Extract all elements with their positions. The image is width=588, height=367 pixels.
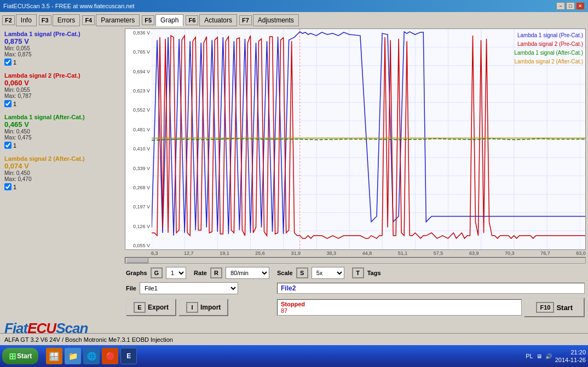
tab-bar: F2 Info F3 Errors F4 Parameters F5 Graph… xyxy=(0,12,588,26)
main-content: Lambda 1 signal (Pre-Cat.) 0,875 V Min: … xyxy=(0,26,588,300)
taskbar-time: 21:20 xyxy=(555,348,586,356)
import-button[interactable]: I Import xyxy=(178,299,228,316)
minimize-button[interactable]: − xyxy=(556,2,565,10)
maximize-button[interactable]: □ xyxy=(566,2,575,10)
signal-3-checkbox[interactable] xyxy=(4,142,11,149)
tab-errors[interactable]: Errors xyxy=(53,14,80,26)
signal-2-value: 0,060 V xyxy=(4,79,120,87)
tab-key-f3[interactable]: F3 xyxy=(39,15,51,25)
signal-2-title: Lambda signal 2 (Pre-Cat.) xyxy=(4,72,120,79)
tags-label: Tags xyxy=(367,270,381,276)
start-key: F10 xyxy=(536,302,554,313)
tab-key-f4[interactable]: F4 xyxy=(82,15,95,25)
taskbar-icon-4[interactable]: 🔴 xyxy=(102,348,118,364)
scale-label: Scale xyxy=(277,270,293,276)
file1-section: File File1 xyxy=(126,282,274,294)
signal-1: Lambda 1 signal (Pre-Cat.) 0,875 V Min: … xyxy=(4,31,120,66)
tab-adjustments[interactable]: Adjustments xyxy=(253,14,299,26)
taskbar-icon-2[interactable]: 📁 xyxy=(65,348,81,364)
graph-plot: Lambda 1 signal (Pre-Cat.) Lambda signal… xyxy=(152,29,585,249)
rate-select[interactable]: 80/min 40/min xyxy=(226,267,269,279)
tab-key-f6[interactable]: F6 xyxy=(186,15,198,25)
tray-network-icon: 🖥 xyxy=(537,353,542,359)
system-tray: PL 🖥 🔊 21:20 2014-11-26 xyxy=(526,348,586,364)
signal-4-min: Min: 0,450 xyxy=(4,170,30,176)
start-menu-button[interactable]: ⊞ Start xyxy=(2,348,38,364)
horizontal-scrollbar[interactable] xyxy=(125,257,586,264)
import-label: Import xyxy=(200,304,221,311)
status-stopped-label: Stopped xyxy=(281,301,518,307)
window-controls: − □ ✕ xyxy=(556,2,585,10)
scale-select[interactable]: 5x 1x 2x xyxy=(312,267,344,279)
signal-1-checkbox[interactable] xyxy=(4,59,11,66)
signal-3-value: 0,465 V xyxy=(4,120,120,129)
legend-4: Lambda signal 2 (After-Cat.) xyxy=(514,57,583,66)
rate-key: R xyxy=(210,267,222,278)
controls-row: Graphs G 1 2 4 Rate R 80/min 40/min Scal… xyxy=(125,266,586,280)
close-button[interactable]: ✕ xyxy=(576,2,585,10)
tray-locale: PL xyxy=(526,353,533,359)
signal-4-check-label: 1 xyxy=(13,184,16,190)
signal-3: Lambda 1 signal (After-Cat.) 0,465 V Min… xyxy=(4,114,120,149)
signal-4-checkbox[interactable] xyxy=(4,183,11,190)
import-key: I xyxy=(186,302,198,313)
signal-1-value: 0,875 V xyxy=(4,37,120,45)
graphs-label: Graphs xyxy=(126,270,147,276)
left-panel: Lambda 1 signal (Pre-Cat.) 0,875 V Min: … xyxy=(2,28,123,298)
tray-volume-icon: 🔊 xyxy=(545,353,552,359)
start-label: Start xyxy=(556,304,573,312)
signal-1-check-label: 1 xyxy=(13,59,16,66)
status-start-section: Stopped 87 F10 Start xyxy=(277,298,585,317)
signal-1-title: Lambda 1 signal (Pre-Cat.) xyxy=(4,31,120,37)
signal-4-title: Lambda signal 2 (After-Cat.) xyxy=(4,155,120,162)
tags-key: T xyxy=(352,267,364,278)
rate-label: Rate xyxy=(194,270,207,276)
legend-3: Lambda 1 signal (After-Cat.) xyxy=(514,49,583,57)
signal-2-checkbox[interactable] xyxy=(4,100,11,107)
signal-1-max: Max: 0,875 xyxy=(4,51,31,57)
action-row: E Export I Import Stopped 87 F10 xyxy=(125,296,586,318)
status-bar-text: ALFA GT 3.2 V6 24V / Bosch Motronic Me7.… xyxy=(4,336,173,343)
tab-actuators[interactable]: Actuators xyxy=(199,14,237,26)
graphs-select[interactable]: 1 2 4 xyxy=(166,267,186,279)
taskbar-date: 2014-11-26 xyxy=(555,356,586,364)
status-box: Stopped 87 xyxy=(277,299,522,316)
tab-parameters[interactable]: Parameters xyxy=(96,14,140,26)
legend-2: Lambda signal 2 (Pre-Cat.) xyxy=(514,40,583,49)
graph-area: 0,836 V 0,765 V 0,694 V 0,623 V 0,552 V … xyxy=(125,28,586,298)
signal-4: Lambda signal 2 (After-Cat.) 0,074 V Min… xyxy=(4,155,120,190)
legend-1: Lambda 1 signal (Pre-Cat.) xyxy=(514,31,583,40)
taskbar-icon-5[interactable]: E xyxy=(120,348,137,364)
tab-info[interactable]: Info xyxy=(16,14,37,26)
tab-key-f2[interactable]: F2 xyxy=(2,15,15,25)
taskbar-icon-3[interactable]: 🌐 xyxy=(83,348,100,364)
scrollbar-thumb[interactable] xyxy=(126,258,148,263)
graphs-key: G xyxy=(151,267,163,278)
export-key: E xyxy=(134,302,146,313)
signal-2-check-label: 1 xyxy=(13,101,16,107)
file-label: File xyxy=(126,285,136,292)
taskbar: ⊞ Start 🪟 📁 🌐 🔴 E PL 🖥 🔊 21:20 2014-11-2… xyxy=(0,345,588,367)
scale-key: S xyxy=(296,267,308,278)
signal-3-min: Min: 0,450 xyxy=(4,129,30,135)
window-title: FiatECUScan 3.5 - FREE at www.fiatecusca… xyxy=(3,3,135,9)
title-bar: FiatECUScan 3.5 - FREE at www.fiatecusca… xyxy=(0,0,588,12)
x-axis: 6,3 12,7 19,1 25,6 31,9 38,3 44,8 51,1 5… xyxy=(125,250,586,256)
file2-display: File2 xyxy=(277,283,585,294)
signal-3-title: Lambda 1 signal (After-Cat.) xyxy=(4,114,120,120)
start-button[interactable]: F10 Start xyxy=(524,298,585,317)
tab-key-f5[interactable]: F5 xyxy=(142,15,154,25)
file1-select[interactable]: File1 xyxy=(140,282,238,294)
export-import-section: E Export I Import xyxy=(126,298,274,317)
file-row: File File1 File2 xyxy=(125,281,586,295)
signal-1-min: Min: 0,055 xyxy=(4,45,30,51)
signal-2: Lambda signal 2 (Pre-Cat.) 0,060 V Min: … xyxy=(4,72,120,107)
export-button[interactable]: E Export xyxy=(126,299,176,316)
tab-key-f7[interactable]: F7 xyxy=(239,15,252,25)
graph-legend: Lambda 1 signal (Pre-Cat.) Lambda signal… xyxy=(514,31,583,66)
taskbar-icon-1[interactable]: 🪟 xyxy=(46,348,62,364)
signal-2-max: Max: 0,787 xyxy=(4,93,31,99)
y-axis: 0,836 V 0,765 V 0,694 V 0,623 V 0,552 V … xyxy=(125,29,152,249)
signal-2-min: Min: 0,055 xyxy=(4,87,30,93)
tab-graph[interactable]: Graph xyxy=(155,14,183,26)
